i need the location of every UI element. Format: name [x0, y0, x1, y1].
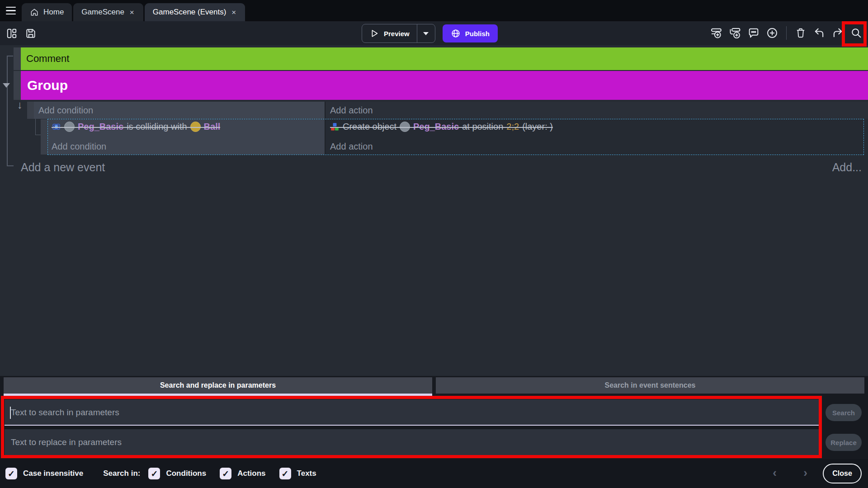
close-button[interactable]: Close: [823, 464, 862, 483]
previous-result-button[interactable]: ‹: [770, 466, 779, 479]
preview-label: Preview: [384, 30, 410, 38]
group-event[interactable]: Group: [21, 71, 868, 100]
actions-column: Create object Peg_Basic at position 2;2 …: [326, 119, 863, 155]
redo-icon: [831, 27, 844, 39]
add-event-icon: [710, 27, 723, 39]
search-button[interactable]: Search: [826, 404, 862, 421]
search-input[interactable]: [5, 399, 820, 426]
action-suffix: (layer: ): [522, 122, 553, 132]
condition-text: is colliding with: [127, 122, 187, 132]
conditions-option: Conditions: [148, 468, 206, 479]
search-panel-tabs: Search and replace in parameters Search …: [4, 377, 864, 394]
condition-sentence[interactable]: Peg_Basic is colliding with Ball: [52, 122, 220, 132]
texts-checkbox[interactable]: [279, 468, 291, 479]
add-more-events-button[interactable]: [764, 24, 780, 42]
close-tab-icon[interactable]: ×: [231, 9, 237, 16]
collapse-group-icon[interactable]: [3, 83, 10, 88]
toolbar: Preview Publish: [0, 21, 868, 45]
tab-label: Search in event sentences: [605, 381, 696, 389]
event-drag-handle[interactable]: [14, 47, 21, 70]
replace-input[interactable]: [5, 429, 820, 455]
event-drag-handle[interactable]: [27, 102, 34, 119]
tab-search-replace-parameters[interactable]: Search and replace in parameters: [4, 377, 432, 394]
action-object: Peg_Basic: [413, 122, 459, 132]
conditions-label: Conditions: [166, 469, 206, 478]
add-action-label[interactable]: Add action: [330, 141, 860, 152]
actions-checkbox[interactable]: [220, 468, 231, 479]
tab-home[interactable]: Home: [22, 3, 72, 21]
undo-button[interactable]: [811, 24, 827, 42]
tab-search-event-sentences[interactable]: Search in event sentences: [436, 377, 864, 394]
tree-line: [7, 56, 13, 56]
tab-label: Home: [43, 8, 64, 17]
object-thumbnail-peg: [64, 122, 75, 132]
search-in-label: Search in:: [103, 469, 140, 478]
toolbar-divider: [786, 26, 787, 40]
event-drag-handle[interactable]: [14, 71, 21, 100]
add-event-button[interactable]: [708, 24, 725, 42]
add-condition-label[interactable]: Add condition: [52, 141, 321, 152]
physics-behavior-icon: [52, 122, 61, 131]
close-tab-icon[interactable]: ×: [129, 9, 135, 16]
event-sheet: ↓ Comment Group Add condition Add action: [0, 45, 868, 376]
next-result-button[interactable]: ›: [801, 466, 810, 479]
home-icon: [30, 8, 39, 17]
action-coords: 2;2: [506, 122, 519, 132]
tab-label: GameScene (Events): [153, 8, 226, 17]
save-button[interactable]: [23, 24, 39, 42]
tab-gamescene-events[interactable]: GameScene (Events) ×: [145, 3, 245, 21]
condition-object2: Ball: [204, 122, 221, 132]
preview-button[interactable]: Preview: [362, 24, 417, 42]
tab-label: Search and replace in parameters: [160, 381, 276, 389]
gdevelop-app: Home GameScene × GameScene (Events) ×: [0, 0, 868, 488]
condition-object1: Peg_Basic: [78, 122, 123, 132]
action-prefix: Create object: [343, 122, 396, 132]
add-condition-label: Add condition: [38, 105, 93, 116]
redo-button[interactable]: [830, 24, 846, 42]
case-insensitive-label: Case insensitive: [23, 469, 83, 478]
toolbar-center-group: Preview Publish: [362, 24, 498, 43]
add-subevent-button[interactable]: [727, 24, 743, 42]
tab-gamescene[interactable]: GameScene ×: [73, 3, 143, 21]
add-action-cell[interactable]: Add action: [326, 102, 868, 119]
replace-input-row: [5, 429, 820, 455]
comment-event[interactable]: Comment: [21, 47, 868, 70]
tab-label: GameScene: [81, 8, 124, 17]
hamburger-menu-icon[interactable]: [0, 0, 22, 21]
add-circle-icon: [766, 27, 778, 39]
event-drag-handle[interactable]: [41, 119, 48, 155]
search-panel: Search and replace in parameters Search …: [0, 376, 868, 488]
comment-bubble-icon: [747, 27, 760, 39]
open-project-manager-button[interactable]: [4, 24, 20, 42]
action-sentence[interactable]: Create object Peg_Basic at position 2;2 …: [330, 122, 553, 132]
publish-button[interactable]: Publish: [443, 24, 498, 42]
actions-label: Actions: [237, 469, 265, 478]
conditions-column: Peg_Basic is colliding with Ball Add con…: [48, 119, 325, 155]
add-new-event-label[interactable]: Add a new event: [21, 161, 105, 174]
case-insensitive-checkbox[interactable]: [5, 468, 17, 479]
conditions-checkbox[interactable]: [148, 468, 160, 479]
panel-layout-icon: [6, 28, 18, 39]
add-condition-cell[interactable]: Add condition: [34, 102, 325, 119]
create-object-icon: [330, 122, 340, 131]
input-underline: [5, 425, 820, 426]
text-caret: [10, 407, 11, 419]
add-ellipsis-button[interactable]: Add...: [832, 161, 862, 174]
empty-event-row: Add condition Add action: [34, 102, 868, 119]
input-underline: [5, 455, 820, 456]
preview-split-button: Preview: [362, 24, 435, 43]
texts-option: Texts: [279, 468, 316, 479]
search-input-row: [5, 399, 820, 426]
add-comment-button[interactable]: [745, 24, 762, 42]
actions-option: Actions: [220, 468, 265, 479]
delete-button[interactable]: [793, 24, 809, 42]
replace-button[interactable]: Replace: [826, 434, 862, 451]
search-events-button[interactable]: [848, 24, 864, 42]
add-action-label: Add action: [330, 105, 373, 116]
selected-event-row[interactable]: Peg_Basic is colliding with Ball Add con…: [48, 119, 863, 155]
tab-bar: Home GameScene × GameScene (Events) ×: [0, 0, 868, 21]
save-icon: [25, 28, 37, 39]
toolbar-left-group: [4, 24, 39, 42]
chevron-down-icon: [423, 32, 429, 35]
preview-options-dropdown[interactable]: [417, 24, 435, 42]
